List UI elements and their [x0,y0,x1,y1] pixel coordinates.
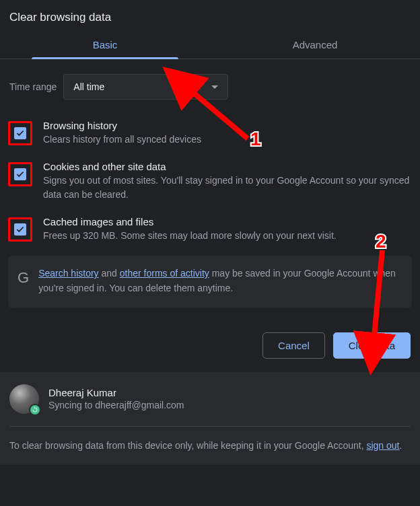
user-name: Dheeraj Kumar [48,387,184,398]
footer: Dheeraj Kumar Syncing to dheerajff@gmail… [0,372,420,466]
time-range-label: Time range [9,81,57,92]
footer-note-pre: To clear browsing data from this device … [9,440,366,451]
other-activity-link[interactable]: other forms of activity [120,268,209,279]
cancel-button[interactable]: Cancel [262,332,325,359]
clear-data-button[interactable]: Clear data [333,332,411,359]
option-cached[interactable]: Cached images and files Frees up 320 MB.… [7,209,413,250]
tabs: Basic Advanced [0,30,420,59]
option-title: Cached images and files [43,216,337,227]
option-desc: Clears history from all synced devices [43,133,201,146]
notice-text: Search history and other forms of activi… [38,266,401,295]
footer-note: To clear browsing data from this device … [9,427,411,454]
time-range-row: Time range All time [0,59,420,106]
annotation-highlight [8,162,32,186]
check-icon [15,129,25,138]
notice-text-mid: and [99,268,120,279]
option-browsing-history[interactable]: Browsing history Clears history from all… [7,113,413,154]
tab-basic[interactable]: Basic [0,30,210,59]
dialog-title: Clear browsing data [0,0,420,30]
checkbox-cookies[interactable] [14,168,26,180]
footer-note-post: . [400,440,403,451]
time-range-select[interactable]: All time [63,74,228,100]
sync-badge-icon [29,404,41,416]
options-list: Browsing history Clears history from all… [0,106,420,250]
annotation-highlight [8,121,32,145]
user-row: Dheeraj Kumar Syncing to dheerajff@gmail… [9,384,411,427]
option-desc: Signs you out of most sites. You'll stay… [43,174,411,201]
checkbox-cached[interactable] [14,223,26,236]
chevron-down-icon [211,85,218,89]
check-icon [15,170,25,179]
search-history-link[interactable]: Search history [38,268,98,279]
dialog-buttons: Cancel Clear data [0,308,420,372]
option-title: Browsing history [43,120,201,131]
check-icon [15,225,25,234]
time-range-value: All time [73,81,104,92]
annotation-highlight [8,217,32,242]
sign-out-link[interactable]: sign out [366,440,399,451]
google-account-notice: G Search history and other forms of acti… [8,256,412,308]
option-desc: Frees up 320 MB. Some sites may load mor… [43,229,337,242]
checkbox-browsing-history[interactable] [14,127,26,139]
google-icon: G [18,269,29,287]
avatar [9,384,39,414]
option-title: Cookies and other site data [43,161,411,172]
user-sync-status: Syncing to dheerajff@gmail.com [48,400,184,410]
option-cookies[interactable]: Cookies and other site data Signs you ou… [7,154,413,209]
tab-advanced[interactable]: Advanced [210,30,420,59]
